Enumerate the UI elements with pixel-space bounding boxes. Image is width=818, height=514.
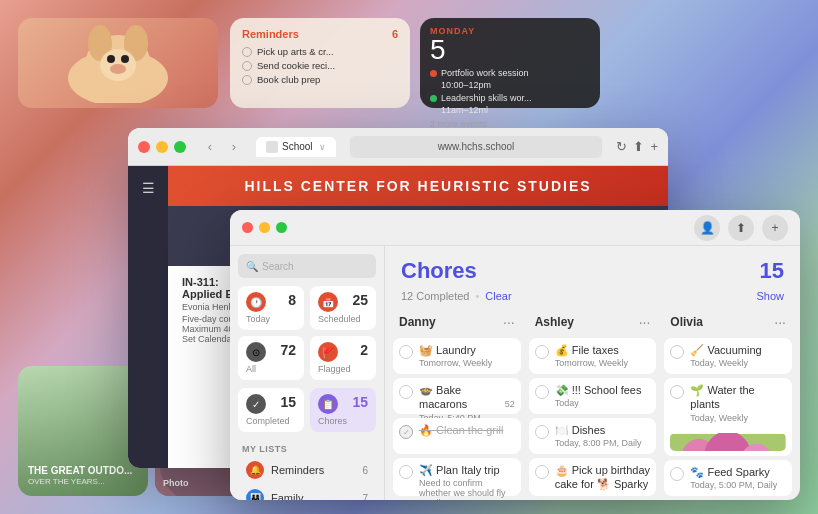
task-vacuuming: 🧹 Vacuuming Today, Weekly — [664, 338, 792, 374]
list-item-family[interactable]: 👨‍👩‍👧 Family 7 — [234, 484, 380, 500]
task-laundry: 🧺 Laundry Tomorrow, Weekly — [393, 338, 521, 374]
traffic-lights — [138, 141, 186, 153]
sparky-checkbox[interactable] — [670, 467, 684, 481]
cal-event-dot-2 — [430, 95, 437, 102]
reminders-list-name: Reminders — [271, 464, 324, 476]
scheduled-label: Scheduled — [318, 314, 368, 324]
smart-list-all[interactable]: ⊙ 72 All — [238, 336, 304, 380]
task-feed-sparky: 🐾 Feed Sparky Today, 5:00 PM, Daily — [664, 460, 792, 496]
fees-checkbox[interactable] — [535, 385, 549, 399]
smart-list-scheduled[interactable]: 📅 25 Scheduled — [310, 286, 376, 330]
plants-checkbox[interactable] — [670, 385, 684, 399]
task-birthday-cake: 🎂 Pick up birthday cake for 🐕 Sparky — [529, 458, 657, 496]
ashley-name: Ashley — [535, 315, 574, 329]
grill-checkbox[interactable] — [399, 425, 413, 439]
cal-date: 5 — [430, 36, 590, 64]
fees-sub: Today — [555, 398, 651, 408]
smart-list-today[interactable]: 🕐 8 Today — [238, 286, 304, 330]
cal-event-2-time: 11am–12ml — [441, 105, 488, 115]
task-water-plants: 🌱 Water the plants Today, Weekly — [664, 378, 792, 456]
browser-actions: ↻ ⬆ + — [616, 139, 658, 154]
task-macarons: 🍲 Bake macarons Today, 5:40 PM 52 — [393, 378, 521, 414]
dishes-checkbox[interactable] — [535, 425, 549, 439]
flagged-icon: 🚩 — [318, 342, 338, 362]
clear-link[interactable]: Clear — [485, 290, 511, 302]
danny-menu-icon[interactable]: ··· — [503, 314, 515, 330]
search-bar[interactable]: 🔍 Search — [238, 254, 376, 278]
main-count: 15 — [760, 258, 784, 284]
chores-icon: 📋 — [318, 394, 338, 414]
laundry-title: 🧺 Laundry — [419, 343, 515, 357]
danny-header: Danny ··· — [393, 310, 521, 334]
all-label: All — [246, 364, 296, 374]
rem-item-circle-1 — [242, 47, 252, 57]
vacuuming-checkbox[interactable] — [670, 345, 684, 359]
plants-sub: Today, Weekly — [690, 413, 786, 423]
grill-title: 🔥 Clean the grill — [419, 423, 515, 437]
sidebar-menu-icon[interactable]: ☰ — [136, 176, 160, 200]
completed-label: Completed — [246, 416, 296, 426]
forward-button[interactable]: › — [224, 137, 244, 157]
smart-list-flagged[interactable]: 🚩 2 Flagged — [310, 336, 376, 380]
laundry-checkbox[interactable] — [399, 345, 413, 359]
address-bar[interactable]: www.hchs.school — [350, 136, 603, 158]
share-toolbar-button[interactable]: ⬆ — [728, 215, 754, 241]
fees-title: 💸 !!! School fees — [555, 383, 651, 397]
macarons-title: 🍲 Bake macarons — [419, 383, 499, 412]
rem-minimize-button[interactable] — [259, 222, 270, 233]
column-danny: Danny ··· 🧺 Laundry Tomorrow, Weekly — [393, 310, 521, 500]
reload-button[interactable]: ↻ — [616, 139, 627, 154]
flagged-count: 2 — [360, 342, 368, 358]
main-header: Chores 15 — [385, 246, 800, 290]
address-text: www.hchs.school — [438, 141, 515, 152]
minimize-button[interactable] — [156, 141, 168, 153]
cal-event-1-time: 10:00–12pm — [441, 80, 491, 90]
italy-checkbox[interactable] — [399, 465, 413, 479]
reminders-titlebar: 👤 ⬆ + — [230, 210, 800, 246]
ashley-menu-icon[interactable]: ··· — [639, 314, 651, 330]
danny-name: Danny — [399, 315, 436, 329]
person-button[interactable]: 👤 — [694, 215, 720, 241]
rem-maximize-button[interactable] — [276, 222, 287, 233]
my-lists-header: My Lists — [230, 440, 384, 456]
cake-checkbox[interactable] — [535, 465, 549, 479]
tab-label: School — [282, 141, 313, 152]
widget-reminders-count: 6 — [392, 28, 398, 40]
italy-sub: Need to confirm whether we should fly to… — [419, 478, 515, 500]
show-link[interactable]: Show — [756, 290, 784, 302]
reminders-main: Chores 15 12 Completed • Clear Show Dann… — [385, 246, 800, 500]
vacuuming-sub: Today, Weekly — [690, 358, 786, 368]
olivia-menu-icon[interactable]: ··· — [774, 314, 786, 330]
close-button[interactable] — [138, 141, 150, 153]
add-tab-button[interactable]: + — [650, 139, 658, 154]
reminders-window: 👤 ⬆ + 🔍 Search 🕐 8 Today — [230, 210, 800, 500]
vacuuming-title: 🧹 Vacuuming — [690, 343, 786, 357]
plants-title: 🌱 Water the plants — [690, 383, 786, 412]
svg-point-6 — [121, 55, 129, 63]
rem-item-circle-2 — [242, 61, 252, 71]
rem-close-button[interactable] — [242, 222, 253, 233]
taxes-checkbox[interactable] — [535, 345, 549, 359]
list-item-reminders[interactable]: 🔔 Reminders 6 — [234, 456, 380, 484]
cake-title: 🎂 Pick up birthday cake for 🐕 Sparky — [555, 463, 651, 492]
ashley-header: Ashley ··· — [529, 310, 657, 334]
cal-day: Monday — [430, 26, 590, 36]
smart-list-chores[interactable]: 📋 15 Chores — [310, 388, 376, 432]
olivia-name: Olivia — [670, 315, 703, 329]
reminders-body: 🔍 Search 🕐 8 Today 📅 25 Sched — [230, 246, 800, 500]
smart-list-completed[interactable]: ✓ 15 Completed — [238, 388, 304, 432]
today-label: Today — [246, 314, 296, 324]
maximize-button[interactable] — [174, 141, 186, 153]
macarons-checkbox[interactable] — [399, 385, 413, 399]
task-taxes: 💰 File taxes Tomorrow, Weekly — [529, 338, 657, 374]
share-button[interactable]: ⬆ — [633, 139, 644, 154]
reminders-columns: Danny ··· 🧺 Laundry Tomorrow, Weekly — [385, 310, 800, 500]
back-button[interactable]: ‹ — [200, 137, 220, 157]
browser-tab[interactable]: School ∨ — [256, 137, 336, 157]
sparky-title: 🐾 Feed Sparky — [690, 465, 786, 479]
widget-reminders-top: Reminders 6 Pick up arts & cr... Send co… — [230, 18, 410, 108]
add-reminder-button[interactable]: + — [762, 215, 788, 241]
tab-favicon — [266, 141, 278, 153]
sparky-sub: Today, 5:00 PM, Daily — [690, 480, 786, 490]
macarons-badge: 52 — [505, 399, 515, 409]
